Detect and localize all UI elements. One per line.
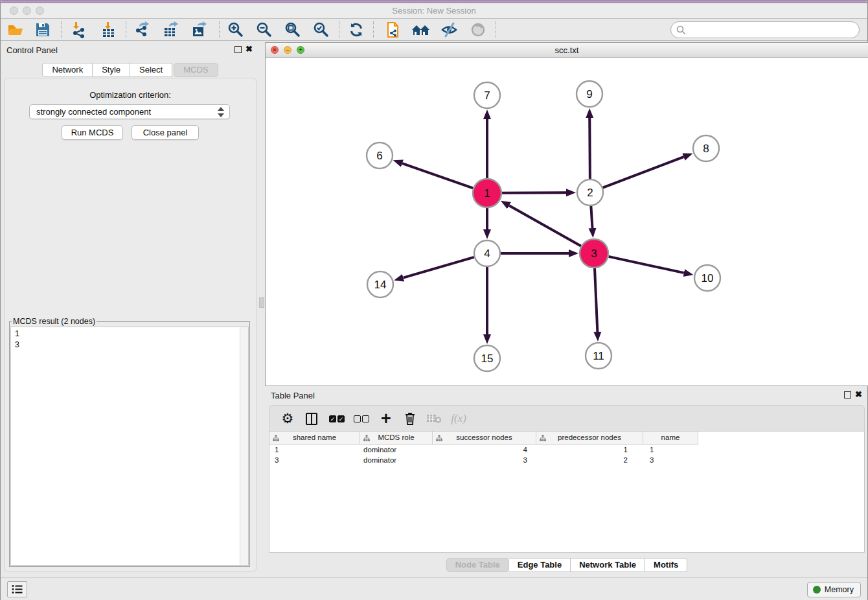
- function-builder-icon[interactable]: f(x): [448, 409, 469, 428]
- result-scrollbar[interactable]: [240, 327, 248, 565]
- column-type-icon: [273, 435, 279, 441]
- edge-4-14[interactable]: [404, 257, 474, 278]
- result-line: 3: [15, 340, 244, 351]
- table-row[interactable]: 3dominator323: [269, 455, 864, 465]
- close-panel-button[interactable]: Close panel: [131, 125, 199, 140]
- cell-shared-name[interactable]: 3: [269, 455, 360, 465]
- cell-predecessor-nodes[interactable]: 1: [536, 444, 643, 455]
- memory-status-icon: [813, 586, 821, 594]
- cell-MCDS-role[interactable]: dominator: [360, 444, 433, 455]
- tab-network-table[interactable]: Network Table: [571, 558, 645, 572]
- node-label-14: 14: [374, 279, 387, 291]
- chevron-up-down-icon: [218, 107, 225, 117]
- table-tabs: Node TableEdge TableNetwork TableMotifs: [265, 558, 868, 573]
- panel-divider-handle[interactable]: [259, 297, 264, 308]
- zoom-out-icon[interactable]: [255, 21, 274, 39]
- close-table-panel-icon[interactable]: ✖: [855, 390, 862, 399]
- close-panel-icon[interactable]: ✖: [246, 45, 253, 54]
- cell-shared-name[interactable]: 1: [269, 444, 360, 455]
- cell-predecessor-nodes[interactable]: 2: [536, 455, 643, 465]
- table-body: 1dominator4113dominator323: [269, 444, 864, 465]
- zoom-selected-icon[interactable]: [312, 21, 331, 39]
- delete-table-icon[interactable]: [424, 409, 444, 428]
- edge-3-1[interactable]: [509, 205, 581, 246]
- cell-name[interactable]: 1: [643, 444, 698, 455]
- network-view-window: × – + scc.txt 7968124314101511: [265, 42, 868, 386]
- zoom-in-icon[interactable]: [226, 21, 246, 39]
- save-session-icon[interactable]: [33, 21, 52, 39]
- tab-network[interactable]: Network: [42, 63, 93, 77]
- import-network-icon[interactable]: [69, 21, 89, 39]
- column-header-predecessor-nodes[interactable]: predecessor nodes: [536, 432, 643, 444]
- edge-1-2[interactable]: [502, 192, 566, 193]
- tab-mcds[interactable]: MCDS: [174, 63, 218, 77]
- add-icon[interactable]: +: [376, 409, 396, 428]
- table-row[interactable]: 1dominator411: [269, 444, 864, 455]
- column-label: predecessor nodes: [558, 433, 621, 441]
- network-graph[interactable]: 7968124314101511: [266, 58, 868, 386]
- import-table-icon[interactable]: [99, 21, 119, 39]
- criterion-dropdown[interactable]: strongly connected component: [29, 104, 230, 119]
- column-header-MCDS-role[interactable]: MCDS role: [360, 432, 433, 444]
- trash-icon[interactable]: [400, 409, 420, 428]
- node-label-7: 7: [484, 89, 490, 102]
- float-panel-icon[interactable]: [234, 46, 242, 53]
- edge-3-10[interactable]: [608, 257, 683, 273]
- edge-2-9[interactable]: [589, 118, 590, 179]
- home-icon[interactable]: [411, 21, 431, 39]
- control-panel: Control Panel ✖ NetworkStyleSelectMCDS O…: [1, 41, 260, 577]
- optimization-criterion-label: Optimization criterion:: [5, 90, 256, 100]
- hide-panel-icon[interactable]: [440, 21, 459, 39]
- cell-MCDS-role[interactable]: dominator: [360, 455, 433, 465]
- table-panel-header: Table Panel ✖: [265, 386, 868, 404]
- edge-2-3[interactable]: [591, 206, 592, 228]
- cell-successor-nodes[interactable]: 3: [433, 455, 536, 465]
- node-label-4: 4: [484, 248, 490, 260]
- float-table-panel-icon[interactable]: [844, 391, 851, 398]
- control-panel-title: Control Panel: [6, 45, 58, 55]
- show-panel-icon[interactable]: [468, 21, 488, 39]
- node-label-2: 2: [587, 187, 593, 199]
- refresh-icon[interactable]: [347, 21, 366, 39]
- edge-1-6[interactable]: [402, 163, 473, 188]
- criterion-value: strongly connected component: [36, 107, 151, 117]
- edge-2-8[interactable]: [603, 157, 684, 187]
- mcds-result-textarea[interactable]: 13: [10, 327, 249, 566]
- main-toolbar: [1, 19, 867, 41]
- deselect-all-rows-icon[interactable]: [351, 409, 372, 428]
- export-table-icon[interactable]: [161, 21, 181, 39]
- table-panel: Table Panel ✖ ⚙ ✓✓ + f(x) shared nameMCD…: [265, 386, 868, 577]
- export-network-icon[interactable]: [133, 21, 152, 39]
- tab-style[interactable]: Style: [93, 63, 130, 77]
- column-header-name[interactable]: name: [643, 432, 698, 444]
- open-session-icon[interactable]: [6, 21, 25, 39]
- node-label-1: 1: [484, 187, 490, 200]
- window-title: Session: New Session: [1, 3, 867, 19]
- column-header-shared-name[interactable]: shared name: [269, 432, 360, 444]
- cell-successor-nodes[interactable]: 4: [433, 444, 536, 455]
- tab-node-table[interactable]: Node Table: [446, 558, 509, 572]
- tab-edge-table[interactable]: Edge Table: [509, 558, 571, 572]
- tab-select[interactable]: Select: [130, 63, 172, 77]
- search-input[interactable]: [670, 21, 860, 38]
- table-toolbar: ⚙ ✓✓ + f(x): [269, 405, 865, 431]
- select-all-rows-icon[interactable]: ✓✓: [326, 409, 347, 428]
- network-title: scc.txt: [266, 43, 868, 58]
- edge-3-11[interactable]: [595, 268, 597, 332]
- cell-name[interactable]: 3: [643, 455, 698, 465]
- split-columns-icon[interactable]: [301, 409, 322, 428]
- node-label-15: 15: [481, 352, 494, 365]
- zoom-fit-icon[interactable]: [283, 21, 303, 39]
- gear-icon[interactable]: ⚙: [277, 409, 298, 428]
- task-history-icon[interactable]: [7, 581, 27, 597]
- column-type-icon: [540, 435, 546, 441]
- control-panel-header: Control Panel ✖: [1, 41, 260, 59]
- memory-button[interactable]: Memory: [807, 582, 861, 597]
- network-window-titlebar: × – + scc.txt: [266, 43, 868, 58]
- export-image-icon[interactable]: [190, 21, 209, 39]
- run-mcds-button[interactable]: Run MCDS: [62, 125, 123, 140]
- tab-motifs[interactable]: Motifs: [645, 558, 687, 572]
- clone-network-icon[interactable]: [383, 21, 402, 39]
- column-label: shared name: [293, 433, 336, 441]
- column-header-successor-nodes[interactable]: successor nodes: [433, 432, 536, 444]
